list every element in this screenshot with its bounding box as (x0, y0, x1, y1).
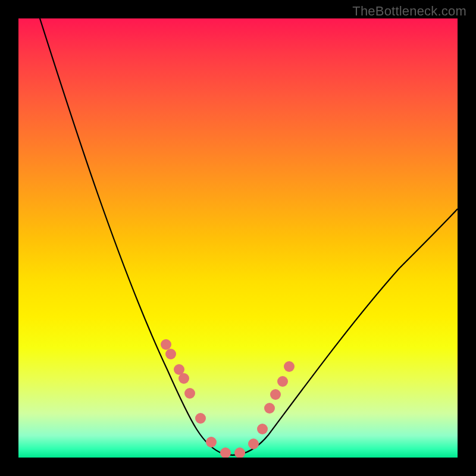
marker-dot (234, 447, 245, 458)
bottleneck-curve-path (40, 18, 458, 455)
marker-dot (165, 349, 176, 359)
curve-svg (18, 18, 458, 458)
marker-dot (284, 361, 295, 372)
marker-dot (178, 373, 189, 384)
plot-area (18, 18, 458, 458)
watermark-text: TheBottleneck.com (352, 4, 466, 19)
marker-dot (206, 437, 217, 447)
marker-dot (220, 447, 231, 458)
marker-dot (248, 439, 259, 449)
chart-frame: TheBottleneck.com (0, 0, 476, 476)
marker-dot (161, 339, 171, 350)
marker-dot (257, 424, 268, 434)
marker-dot (195, 413, 206, 424)
marker-dot (270, 389, 281, 400)
marker-dot (264, 403, 275, 414)
marker-dot (184, 388, 195, 399)
marker-dot (277, 376, 288, 387)
